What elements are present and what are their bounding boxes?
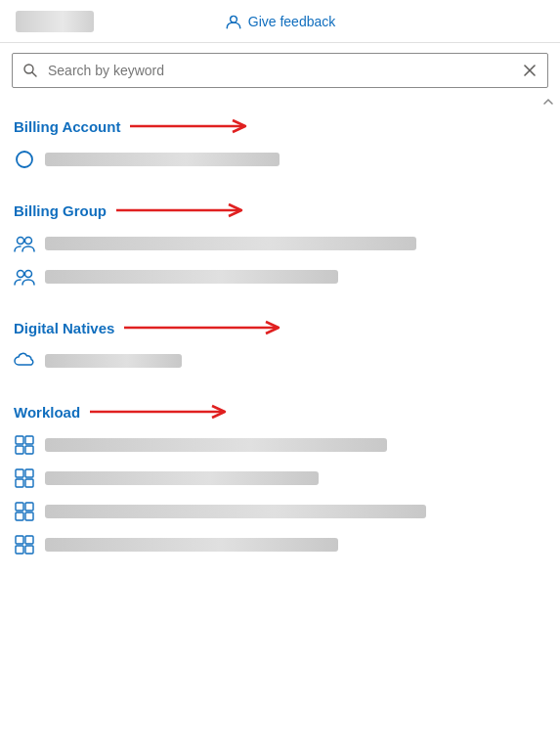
svg-rect-17 [25, 446, 33, 454]
svg-rect-27 [25, 536, 33, 544]
stack-icon [14, 534, 35, 556]
digital-natives-title: Digital Natives [14, 320, 114, 336]
svg-rect-24 [16, 512, 23, 520]
svg-rect-21 [25, 479, 33, 487]
search-icon [13, 63, 48, 78]
item-text-bar [45, 438, 387, 452]
list-item[interactable] [14, 227, 546, 260]
svg-rect-23 [25, 503, 33, 511]
svg-rect-25 [25, 512, 33, 520]
avatar-area [16, 0, 94, 43]
stack-icon [14, 501, 35, 522]
group-icon [14, 233, 35, 254]
billing-group-header: Billing Group [14, 201, 546, 219]
cloud-icon [14, 350, 35, 372]
item-text-bar [45, 270, 338, 284]
svg-rect-26 [16, 536, 23, 544]
circle-icon [14, 149, 35, 170]
billing-account-header: Billing Account [14, 117, 546, 135]
user-avatar [16, 11, 94, 32]
list-item[interactable] [14, 528, 546, 561]
workload-section: Workload [0, 393, 560, 567]
search-bar[interactable] [12, 53, 548, 88]
svg-rect-28 [16, 546, 23, 554]
svg-rect-16 [16, 446, 23, 454]
svg-point-9 [25, 238, 32, 245]
svg-rect-22 [16, 503, 23, 511]
scroll-hint [0, 96, 560, 108]
billing-group-arrow [116, 201, 253, 219]
digital-natives-section: Digital Natives [0, 309, 560, 383]
list-item[interactable] [14, 428, 546, 462]
svg-point-6 [17, 152, 32, 167]
svg-rect-18 [16, 469, 23, 477]
item-text-bar [45, 538, 338, 552]
billing-account-arrow [130, 117, 257, 135]
search-clear-button[interactable] [512, 64, 547, 77]
item-text-bar [45, 354, 182, 368]
svg-rect-29 [25, 546, 33, 554]
billing-account-title: Billing Account [14, 118, 120, 135]
billing-group-title: Billing Group [14, 202, 107, 219]
item-text-bar [45, 471, 319, 485]
svg-rect-15 [25, 436, 33, 444]
scroll-up-arrow [542, 96, 554, 108]
svg-rect-19 [25, 469, 33, 477]
item-text-bar [45, 153, 280, 166]
feedback-label: Give feedback [248, 14, 336, 29]
billing-group-section: Billing Group [0, 192, 560, 299]
list-item[interactable] [14, 260, 546, 293]
stack-icon [14, 467, 35, 489]
svg-rect-14 [16, 436, 23, 444]
svg-line-2 [32, 72, 36, 76]
item-text-bar [45, 505, 426, 518]
list-item[interactable] [14, 495, 546, 528]
feedback-icon [225, 13, 242, 30]
list-item[interactable] [14, 462, 546, 495]
stack-icon [14, 434, 35, 456]
workload-title: Workload [14, 404, 80, 421]
list-item[interactable] [14, 344, 546, 378]
svg-point-11 [25, 271, 32, 278]
svg-rect-20 [16, 479, 23, 487]
svg-point-8 [18, 238, 24, 245]
list-item[interactable] [14, 143, 546, 176]
digital-natives-header: Digital Natives [14, 319, 546, 336]
svg-point-10 [18, 271, 24, 278]
workload-arrow [90, 403, 237, 421]
top-bar: Give feedback [0, 0, 560, 43]
item-text-bar [45, 237, 416, 250]
svg-point-0 [230, 16, 237, 22]
search-input[interactable] [48, 63, 512, 78]
group-icon [14, 266, 35, 288]
workload-header: Workload [14, 403, 546, 421]
give-feedback-button[interactable]: Give feedback [217, 9, 344, 34]
digital-natives-arrow [124, 319, 290, 336]
billing-account-section: Billing Account [0, 108, 560, 182]
